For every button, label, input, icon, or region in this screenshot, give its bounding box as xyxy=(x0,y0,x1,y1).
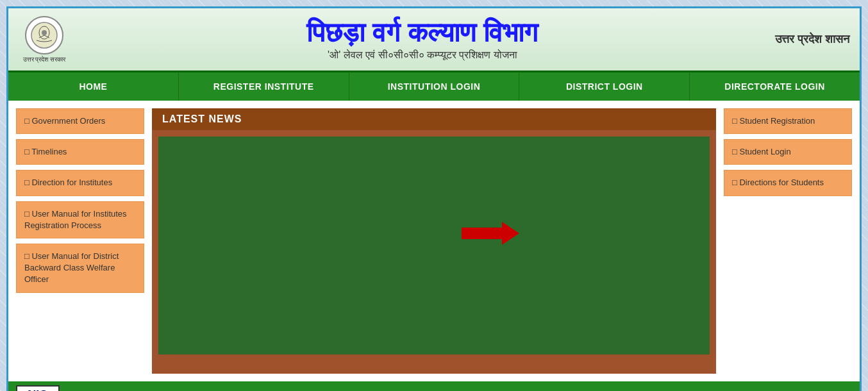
right-sidebar: □ Student Registration □ Student Login □… xyxy=(724,108,852,374)
sidebar-item-user-manual-institutes[interactable]: □ User Manual for Institutes Registratio… xyxy=(16,201,144,238)
logo-text: उत्तर प्रदेश सरकार xyxy=(23,56,66,63)
site-subtitle: 'ओ' लेवल एवं सी०सी०सी० कम्प्यूटर प्रशिक्… xyxy=(328,49,517,61)
sidebar-item-student-registration[interactable]: □ Student Registration xyxy=(724,108,852,134)
sidebar-item-govt-orders[interactable]: □ Government Orders xyxy=(16,108,144,134)
latest-news-bar: LATEST NEWS xyxy=(152,108,716,130)
header-center: पिछड़ा वर्ग कल्याण विभाग 'ओ' लेवल एवं सी… xyxy=(80,18,765,60)
leg-right xyxy=(472,354,483,367)
red-arrow xyxy=(462,217,519,252)
nav-directorate-login[interactable]: DIRECTORATE LOGIN xyxy=(690,72,860,101)
nav-register-institute[interactable]: REGISTER INSTITUTE xyxy=(179,72,349,101)
svg-point-2 xyxy=(42,30,47,35)
main-content: □ Government Orders □ Timelines □ Direct… xyxy=(8,101,860,381)
sidebar-item-user-manual-district[interactable]: □ User Manual for District Backward Clas… xyxy=(16,244,144,293)
logo-area: उत्तर प्रदेश सरकार xyxy=(19,16,70,63)
footer-nic: NIC NATIONAL INFORMATICS CENTRE DESIGNED… xyxy=(8,381,860,391)
sidebar-item-student-login[interactable]: □ Student Login xyxy=(724,139,852,165)
sidebar-item-direction-institutes[interactable]: □ Direction for Institutes xyxy=(16,170,144,196)
center-panel: LATEST NEWS xyxy=(152,108,716,374)
emblem-icon xyxy=(25,16,63,54)
left-sidebar: □ Government Orders □ Timelines □ Direct… xyxy=(16,108,144,374)
nav-institution-login[interactable]: INSTITUTION LOGIN xyxy=(349,72,520,101)
blackboard xyxy=(158,137,710,354)
svg-marker-5 xyxy=(462,222,519,245)
header-right-text: उत्तर प्रदेश शासन xyxy=(775,33,849,46)
sidebar-item-timelines[interactable]: □ Timelines xyxy=(16,139,144,165)
header: उत्तर प्रदेश सरकार पिछड़ा वर्ग कल्याण वि… xyxy=(8,8,860,72)
nav-district-login[interactable]: DISTRICT LOGIN xyxy=(519,72,690,101)
nic-logo: NIC NATIONAL INFORMATICS CENTRE xyxy=(16,385,60,391)
blackboard-container xyxy=(152,130,716,374)
sidebar-item-directions-students[interactable]: □ Directions for Students xyxy=(724,170,852,196)
navigation-bar: HOME REGISTER INSTITUTE INSTITUTION LOGI… xyxy=(8,72,860,101)
nav-home[interactable]: HOME xyxy=(8,72,179,101)
leg-left xyxy=(385,354,396,367)
blackboard-stand xyxy=(158,354,710,367)
site-title: पिछड़ा वर्ग कल्याण विभाग xyxy=(306,18,538,47)
